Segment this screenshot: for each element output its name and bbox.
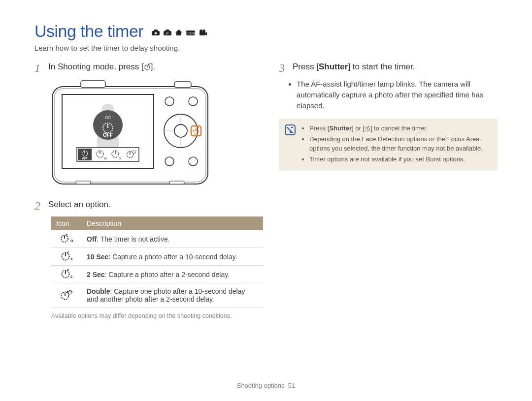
- step-3-text: Press [Shutter] to start the timer.: [293, 61, 415, 73]
- step-1-prefix: In Shooting mode, press [: [48, 62, 144, 71]
- step-1-suffix: ].: [151, 62, 155, 71]
- svg-text:10: 10: [104, 157, 107, 160]
- step-1-text: In Shooting mode, press [].: [48, 61, 155, 73]
- step-2: 2 Select an option.: [34, 199, 256, 212]
- timer-icon: [365, 124, 370, 132]
- svg-point-48: [189, 157, 198, 166]
- footer-page: 51: [288, 382, 295, 389]
- table-row: Double: Capture one photo after a 10-sec…: [51, 283, 263, 308]
- timer-10-icon: 10: [51, 248, 82, 266]
- table-cell-desc: Double: Capture one photo after a 10-sec…: [82, 283, 263, 308]
- step-2-text: Select an option.: [48, 199, 111, 211]
- svg-text:OFF: OFF: [70, 239, 73, 243]
- note-icon: [285, 123, 297, 165]
- camera-illustration: Off OFF OFF 10: [51, 80, 256, 187]
- svg-point-45: [165, 97, 174, 106]
- step-3: 3 Press [Shutter] to start the timer.: [279, 61, 498, 74]
- smart-icon: [151, 29, 160, 36]
- camera-off-big: OFF: [103, 132, 113, 138]
- svg-rect-10: [200, 32, 205, 35]
- table-cell-desc: Off: The timer is not active.: [82, 230, 263, 248]
- table-header-icon: Icon: [51, 216, 82, 230]
- svg-rect-50: [169, 181, 184, 184]
- step-1-number: 1: [34, 61, 43, 74]
- note-box: Press [Shutter] or [] to cancel the time…: [279, 119, 498, 171]
- right-column: 3 Press [Shutter] to start the timer. Th…: [279, 61, 498, 319]
- table-header-desc: Description: [82, 216, 263, 230]
- note-item-1: Press [Shutter] or [] to cancel the time…: [309, 123, 491, 133]
- table-row: 10 10 Sec: Capture a photo after a 10-se…: [51, 248, 263, 266]
- svg-text:10: 10: [70, 257, 73, 261]
- page-footer: Shooting options 51: [0, 382, 532, 389]
- svg-point-46: [189, 97, 198, 106]
- step-3-number: 3: [279, 61, 288, 74]
- table-cell-desc: 10 Sec: Capture a photo after a 10-secon…: [82, 248, 263, 266]
- camera-off-small: Off: [105, 115, 111, 120]
- note-item-3: Timer options are not available if you s…: [309, 154, 491, 164]
- page: Using the timer P SCENE Learn how to set…: [0, 0, 532, 401]
- step-1: 1 In Shooting mode, press [].: [34, 61, 256, 74]
- svg-point-37: [174, 124, 187, 137]
- step-3-prefix: Press [: [293, 62, 319, 71]
- svg-text:OFF: OFF: [82, 157, 88, 160]
- title-line: Using the timer P SCENE: [34, 22, 498, 41]
- timer-off-icon: OFF: [51, 230, 82, 248]
- mode-icons-group: P SCENE: [151, 29, 207, 36]
- timer-right-icon: [144, 62, 151, 71]
- page-title: Using the timer: [34, 22, 143, 41]
- table-row: OFF Off: The timer is not active.: [51, 230, 263, 248]
- note-list: Press [Shutter] or [] to cancel the time…: [301, 123, 491, 165]
- svg-text:2: 2: [70, 275, 72, 278]
- program-icon: P: [163, 29, 172, 36]
- svg-rect-49: [76, 181, 91, 184]
- left-column: 1 In Shooting mode, press [].: [34, 61, 256, 319]
- options-table: Icon Description OFF Off: The timer is n…: [51, 216, 263, 308]
- svg-rect-15: [81, 81, 105, 88]
- svg-text:P: P: [166, 31, 168, 36]
- step-3-bold: Shutter: [319, 62, 348, 71]
- svg-point-2: [155, 32, 157, 34]
- step-2-number: 2: [34, 199, 43, 212]
- table-row: 2 2 Sec: Capture a photo after a 2-secon…: [51, 266, 263, 283]
- movie-icon: [199, 29, 207, 36]
- svg-rect-16: [174, 82, 191, 88]
- step-3-sub: The AF-assist light/timer lamp blinks. T…: [288, 79, 498, 111]
- table-footnote: Available options may differ depending o…: [51, 312, 256, 319]
- scene-icon: SCENE: [186, 29, 196, 36]
- step-3-suffix: ] to start the timer.: [348, 62, 415, 71]
- svg-text:SCENE: SCENE: [186, 32, 196, 35]
- svg-point-47: [165, 157, 174, 166]
- page-subtitle: Learn how to set the timer to delay shoo…: [34, 44, 498, 52]
- svg-rect-1: [154, 30, 158, 31]
- house-icon: [175, 29, 183, 36]
- timer-2-icon: 2: [51, 266, 82, 283]
- timer-double-icon: [51, 283, 82, 308]
- columns: 1 In Shooting mode, press [].: [34, 61, 498, 319]
- step-3-sub-item: The AF-assist light/timer lamp blinks. T…: [297, 79, 498, 111]
- note-item-2: Depending on the Face Detection options …: [309, 134, 491, 154]
- footer-section: Shooting options: [237, 382, 285, 389]
- table-cell-desc: 2 Sec: Capture a photo after a 2-second …: [82, 266, 263, 283]
